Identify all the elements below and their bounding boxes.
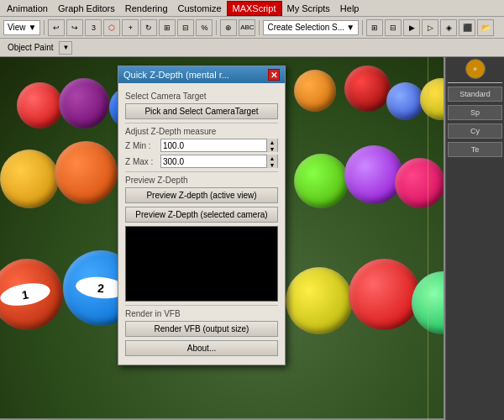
toolbar-btn-rotate[interactable]: ↻: [140, 19, 157, 36]
toolbar-btn-1[interactable]: ↩: [48, 19, 65, 36]
object-paint-label: Object Paint: [8, 43, 53, 52]
ball-13: [395, 158, 445, 208]
menu-help[interactable]: Help: [335, 2, 365, 15]
zmax-up-button[interactable]: ▲: [267, 155, 277, 161]
ball-17: [349, 259, 420, 330]
separator-1: [44, 20, 45, 35]
zmin-spinner: ▲ ▼: [266, 139, 277, 152]
right-panel-divider: [448, 82, 502, 83]
view-label: View: [8, 23, 26, 32]
ball-7: [386, 82, 424, 120]
secondary-toolbar: Object Paint ▼: [0, 39, 504, 57]
right-panel: ☀ Standard Sp Cy Te: [445, 57, 504, 420]
toolbar-btn-abc[interactable]: ABC: [239, 19, 255, 36]
object-paint-btn[interactable]: Object Paint: [3, 40, 57, 55]
zmax-input-wrapper: ▲ ▼: [160, 155, 278, 168]
zmin-row: Z Min : ▲ ▼: [125, 139, 278, 152]
create-selection-label: Create Selection S...: [267, 23, 344, 32]
toolbar-btn-mirror[interactable]: ⊟: [177, 19, 194, 36]
preview-section-label: Preview Z-Depth: [125, 176, 278, 185]
toolbar-btn-move[interactable]: +: [122, 19, 139, 36]
ball-2: [59, 78, 109, 129]
ball-16: [286, 267, 353, 334]
toolbar-btn-quick-render[interactable]: ▷: [422, 19, 438, 36]
right-panel-icon-1: ☀: [465, 59, 486, 79]
dropdown-arrow-icon: ▼: [29, 23, 37, 32]
quick-zdepth-dialog: Quick Z-Depth (mental r... ✕ Select Came…: [118, 66, 286, 365]
main-area: 1 2 Quick Z-Depth (mental r... ✕ Select …: [0, 57, 504, 420]
separator-2: [216, 20, 217, 35]
divider-3: [125, 305, 278, 306]
dialog-content: Select Camera Target Pick and Select Cam…: [118, 83, 285, 365]
zmax-spinner: ▲ ▼: [266, 155, 277, 168]
render-vfb-button[interactable]: Render VFB (output size): [125, 321, 278, 337]
right-panel-te-btn[interactable]: Te: [448, 142, 502, 157]
preview-active-button[interactable]: Preview Z-depth (active view): [125, 187, 278, 203]
toolbar-btn-scene[interactable]: ⬛: [459, 19, 475, 36]
toolbar-btn-select[interactable]: ⬡: [103, 19, 120, 36]
main-toolbar: View ▼ ↩ ↪ 3 ⬡ + ↻ ⊞ ⊟ % ⊕ ABC Create Se…: [0, 17, 504, 39]
create-sel-arrow-icon: ▼: [346, 23, 354, 32]
pick-camera-target-button[interactable]: Pick and Select CameraTarget: [125, 103, 278, 119]
viewport-border-right: [444, 57, 445, 420]
separator-3: [259, 20, 260, 35]
dialog-titlebar[interactable]: Quick Z-Depth (mental r... ✕: [118, 66, 285, 83]
dialog-close-button[interactable]: ✕: [268, 69, 280, 81]
right-panel-sp-btn[interactable]: Sp: [448, 105, 502, 120]
toolbar2-dropdown-btn[interactable]: ▼: [59, 41, 72, 55]
toolbar-btn-3[interactable]: 3: [85, 19, 102, 36]
ball-10: [55, 141, 118, 204]
preview-selected-button[interactable]: Preview Z-Depth (selected camera): [125, 207, 278, 223]
divider-2: [125, 171, 278, 172]
toolbar-btn-media[interactable]: ◈: [440, 19, 457, 36]
right-panel-cy-btn[interactable]: Cy: [448, 123, 502, 139]
menu-animation[interactable]: Animation: [2, 2, 53, 15]
menu-customize[interactable]: Customize: [173, 2, 227, 15]
menu-bar: Animation Graph Editors Rendering Custom…: [0, 0, 504, 17]
menu-maxscript[interactable]: MAXScript: [227, 1, 282, 16]
divider-1: [125, 123, 278, 123]
zmin-label: Z Min :: [125, 141, 157, 150]
zdepth-section-label: Adjust Z-Depth measure: [125, 127, 278, 136]
right-panel-standard-btn[interactable]: Standard: [448, 87, 502, 102]
zmin-down-button[interactable]: ▼: [267, 145, 277, 152]
toolbar-btn-open[interactable]: 📂: [477, 19, 494, 36]
menu-rendering[interactable]: Rendering: [120, 2, 173, 15]
zmin-input-wrapper: ▲ ▼: [160, 139, 278, 152]
ball-9: [0, 150, 59, 208]
toolbar-btn-snap[interactable]: ⊕: [220, 19, 237, 36]
zmax-label: Z Max :: [125, 157, 157, 166]
zmax-down-button[interactable]: ▼: [267, 161, 277, 168]
zmax-input[interactable]: [161, 157, 266, 166]
ball-11: [294, 154, 349, 208]
create-selection-dropdown[interactable]: Create Selection S... ▼: [263, 20, 359, 35]
toolbar-btn-render[interactable]: ▶: [403, 19, 420, 36]
about-button[interactable]: About...: [125, 340, 278, 356]
separator-4: [362, 20, 363, 35]
menu-my-scripts[interactable]: My Scripts: [282, 2, 335, 15]
viewport[interactable]: 1 2 Quick Z-Depth (mental r... ✕ Select …: [0, 57, 445, 420]
preview-render-box: [125, 226, 278, 302]
camera-target-section-label: Select Camera Target: [125, 92, 278, 101]
ball-5: [294, 70, 336, 112]
toolbar-btn-layers[interactable]: ⊟: [385, 19, 402, 36]
toolbar-btn-scale[interactable]: ⊞: [159, 19, 176, 36]
toolbar-btn-2[interactable]: ↪: [66, 19, 83, 36]
toolbar-btn-5[interactable]: %: [196, 19, 213, 36]
toolbar-btn-named[interactable]: ⊞: [366, 19, 383, 36]
zmin-input[interactable]: [161, 141, 266, 150]
dialog-title: Quick Z-Depth (mental r...: [123, 70, 229, 80]
ball-6: [344, 66, 391, 112]
view-dropdown[interactable]: View ▼: [3, 20, 40, 35]
viewport-grid-v: [428, 57, 428, 420]
ball-1: [17, 82, 63, 129]
zmax-row: Z Max : ▲ ▼: [125, 155, 278, 168]
render-section-label: Render in VFB: [125, 309, 278, 318]
ball-12: [344, 145, 403, 204]
zmin-up-button[interactable]: ▲: [267, 139, 277, 145]
menu-graph-editors[interactable]: Graph Editors: [53, 2, 120, 15]
